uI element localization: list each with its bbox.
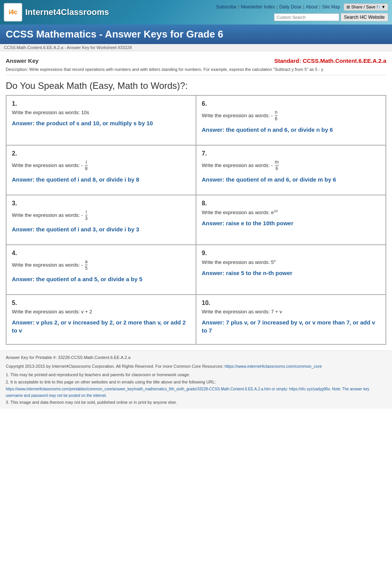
footer-copyright: Copyright 2013-2015 by Internet4Classroo… xyxy=(6,363,386,370)
breadcrumb-text: CCSS.Math.Content.6.EE.A.2.a - Answer Ke… xyxy=(4,45,132,50)
answer-text-1: Answer: the product of s and 10, or mult… xyxy=(12,119,190,127)
question-text-8: Write the expression as words: e10 xyxy=(202,209,380,215)
question-3: 3. Write the expression as words: - i 3 … xyxy=(6,195,196,245)
question-num-4: 4. xyxy=(12,250,190,257)
footer-note-3: 3. This image and data thereon may not b… xyxy=(6,399,386,406)
fraction-a-5: a 5 xyxy=(85,259,88,271)
share-icon: ⊞ xyxy=(346,5,350,10)
question-num-8: 8. xyxy=(202,200,380,207)
fraction-m-6: m 6 xyxy=(275,159,279,172)
question-5: 5. Write the expression as words: v + 2 … xyxy=(6,295,196,344)
footer-note-2: 2. It is acceptable to link to this page… xyxy=(6,378,386,386)
q3-expression: Write the expression as words: - i 3 xyxy=(12,209,88,221)
question-text-3: Write the expression as words: - i 3 xyxy=(12,209,190,221)
page-title: CCSS Mathematics - Answer Keys for Grade… xyxy=(6,28,386,40)
fraction-i-8: i 8 xyxy=(85,159,88,172)
q7-expression: Write the expression as words: - m 6 xyxy=(202,159,279,172)
question-text-6: Write the expression as words: - n 6 xyxy=(202,110,380,122)
logo-icon: i4c xyxy=(4,3,22,21)
main-content: Answer Key Standard: CCSS.Math.Content.6… xyxy=(0,51,392,351)
question-num-5: 5. xyxy=(12,300,190,306)
answer-text-10: Answer: 7 plus v, or 7 increased by v, o… xyxy=(202,318,380,334)
question-9: 9. Write the expression as words: 5n Ans… xyxy=(196,245,386,295)
question-num-2: 2. xyxy=(12,150,190,157)
q2-expression: Write the expression as words: - i 8 xyxy=(12,159,88,172)
footer-note-url: https://www.internet4classrooms.com/prin… xyxy=(6,386,386,399)
answer-text-6: Answer: the quotient of n and 6, or divi… xyxy=(202,126,380,134)
footer-printable: Answer Key for Printable #: 33228-CCSS.M… xyxy=(6,354,386,361)
site-header: i4c Internet4Classrooms Subscribe | News… xyxy=(0,0,392,25)
answer-text-5: Answer: v plus 2, or v increased by 2, o… xyxy=(12,318,190,334)
nav-links: Subscribe | Newsletter Index | Daily Dos… xyxy=(216,3,388,11)
question-2: 2. Write the expression as words: - i 8 … xyxy=(6,145,196,195)
share-twitter-icon: t xyxy=(379,5,380,9)
question-num-3: 3. xyxy=(12,200,190,207)
nav-newsletter-index[interactable]: Newsletter Index xyxy=(241,4,275,10)
question-text-2: Write the expression as words: - i 8 xyxy=(12,159,190,172)
header-right: Subscribe | Newsletter Index | Daily Dos… xyxy=(216,3,388,21)
question-num-7: 7. xyxy=(202,150,380,157)
nav-site-map[interactable]: Site Map xyxy=(322,4,340,10)
question-text-9: Write the expression as words: 5n xyxy=(202,259,380,265)
question-text-4: Write the expression as words: - a 5 xyxy=(12,259,190,271)
question-num-9: 9. xyxy=(202,250,380,257)
answer-text-8: Answer: raise e to the 10th power xyxy=(202,219,380,227)
q6-expression: Write the expression as words: - n 6 xyxy=(202,110,278,122)
share-save-button[interactable]: ⊞ Share / Save f t ▼ xyxy=(344,3,388,11)
search-button[interactable]: Search I4C Website xyxy=(341,13,389,21)
common-core-link[interactable]: https://www.internet4classrooms.com/comm… xyxy=(225,364,322,369)
nav-daily-dose[interactable]: Daily Dose xyxy=(279,4,301,10)
fraction-n-6: n 6 xyxy=(275,110,278,122)
question-10: 10. Write the expression as words: 7 + v… xyxy=(196,295,386,344)
question-6: 6. Write the expression as words: - n 6 … xyxy=(196,95,386,145)
title-bar: CCSS Mathematics - Answer Keys for Grade… xyxy=(0,25,392,44)
question-8: 8. Write the expression as words: e10 An… xyxy=(196,195,386,245)
question-num-6: 6. xyxy=(202,100,380,107)
answer-text-3: Answer: the quotient of i and 3, or divi… xyxy=(12,225,190,233)
question-text-10: Write the expression as words: 7 + v xyxy=(202,309,380,315)
share-dropdown-icon: ▼ xyxy=(381,5,385,9)
question-num-10: 10. xyxy=(202,300,380,306)
superscript-10: 10 xyxy=(274,209,278,213)
answer-text-4: Answer: the quotient of a and 5, or divi… xyxy=(12,275,190,283)
footer: Answer Key for Printable #: 33228-CCSS.M… xyxy=(0,351,392,409)
answer-grid: 1. Write the expression as words: 10s An… xyxy=(6,95,386,345)
standard-label: Standard: CCSS.Math.Content.6.EE.A.2.a xyxy=(274,57,386,64)
question-7: 7. Write the expression as words: - m 6 … xyxy=(196,145,386,195)
q4-expression: Write the expression as words: - a 5 xyxy=(12,259,88,271)
answer-text-9: Answer: raise 5 to the n-th power xyxy=(202,269,380,277)
nav-subscribe[interactable]: Subscribe xyxy=(216,4,236,10)
breadcrumb: CCSS.Math.Content.6.EE.A.2.a - Answer Ke… xyxy=(0,44,392,51)
search-row: Search I4C Website xyxy=(274,13,389,21)
answer-key-header: Answer Key Standard: CCSS.Math.Content.6… xyxy=(6,55,386,66)
nav-about[interactable]: About xyxy=(306,4,318,10)
share-fb-icon: f xyxy=(377,5,378,9)
description-text: Description: Write expressions that reco… xyxy=(6,66,386,75)
logo-area: i4c Internet4Classrooms xyxy=(4,3,109,21)
question-num-1: 1. xyxy=(12,100,190,107)
footer-note-1: 1. This may be printed and reproduced by… xyxy=(6,371,386,378)
site-name: Internet4Classrooms xyxy=(25,7,109,17)
question-text-5: Write the expression as words: v + 2 xyxy=(12,309,190,315)
answer-key-label: Answer Key xyxy=(6,57,39,64)
question-1: 1. Write the expression as words: 10s An… xyxy=(6,95,196,145)
question-4: 4. Write the expression as words: - a 5 … xyxy=(6,245,196,295)
question-text-7: Write the expression as words: - m 6 xyxy=(202,159,380,172)
worksheet-title: Do You Speak Math (Easy, Math to Words)?… xyxy=(6,77,386,95)
answer-text-7: Answer: the quotient of m and 6, or divi… xyxy=(202,175,380,183)
superscript-n: n xyxy=(274,259,276,263)
fraction-i-3: i 3 xyxy=(85,209,88,221)
search-input[interactable] xyxy=(274,13,339,21)
question-text-1: Write the expression as words: 10s xyxy=(12,110,190,115)
footer-notes: 1. This may be printed and reproduced by… xyxy=(6,371,386,406)
answer-text-2: Answer: the quotient of i and 8, or divi… xyxy=(12,175,190,183)
